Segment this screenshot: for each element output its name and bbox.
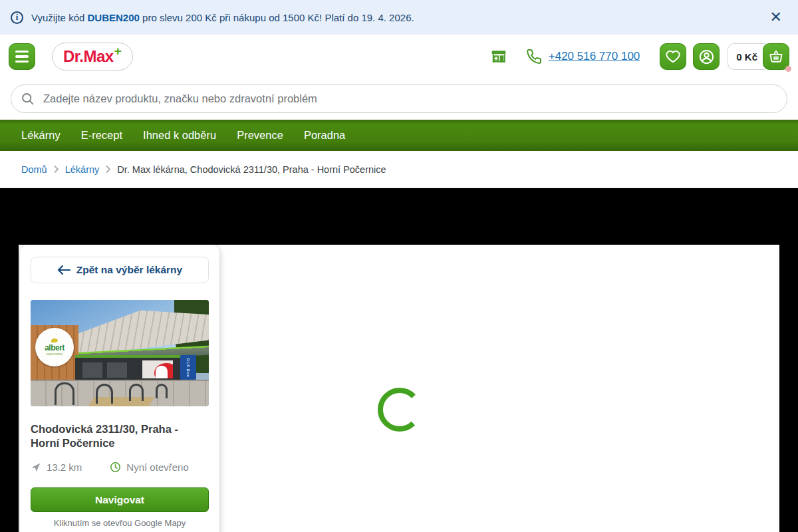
promo-text-prefix: Využijte kód xyxy=(31,12,88,23)
back-button-label: Zpět na výběr lékárny xyxy=(76,264,182,276)
open-status: Nyní otevřeno xyxy=(126,462,188,473)
header: Dr.Max + +420 516 770 100 xyxy=(0,35,798,78)
promo-bar: i Využijte kód DUBEN200 pro slevu 200 Kč… xyxy=(0,0,798,35)
header-action-buttons xyxy=(660,43,720,70)
nav-item-prevence[interactable]: Prevence xyxy=(237,129,283,142)
photo-poster xyxy=(142,360,173,378)
promo-code: DUBEN200 xyxy=(88,12,140,23)
phone-group: +420 516 770 100 xyxy=(526,49,640,65)
nav-item-lekarny[interactable]: Lékárny xyxy=(21,129,61,142)
promo-close-button[interactable]: ✕ xyxy=(766,7,786,27)
menu-button[interactable] xyxy=(9,43,35,70)
bike-rack xyxy=(156,384,168,398)
logo-plus: + xyxy=(114,44,122,59)
cart-button[interactable] xyxy=(763,43,789,70)
distance-item: 13.2 km xyxy=(31,462,82,473)
phone-link[interactable]: +420 516 770 100 xyxy=(549,50,640,63)
albert-sign-text: albert xyxy=(45,343,65,352)
pharmacy-photo: albert supermarket GLS Box xyxy=(31,300,209,406)
open-status-item: Nyní otevřeno xyxy=(110,462,188,473)
gls-box-text: GLS Box xyxy=(186,358,190,377)
main-nav: Lékárny E-recept Ihned k odběru Prevence… xyxy=(0,120,798,151)
bike-rack xyxy=(129,384,144,401)
gls-parcel-box: GLS Box xyxy=(180,355,196,380)
clock-icon xyxy=(110,462,121,473)
promo-text: Využijte kód DUBEN200 pro slevu 200 Kč p… xyxy=(31,12,766,23)
info-icon: i xyxy=(11,11,23,24)
photo-window xyxy=(82,362,102,378)
breadcrumb-current: Dr. Max lékárna, Chodovická 2311/30, Pra… xyxy=(117,164,386,175)
user-icon xyxy=(698,49,715,65)
nav-item-erecept[interactable]: E-recept xyxy=(81,129,122,142)
navigate-button[interactable]: Navigovat xyxy=(31,487,209,512)
breadcrumb-home[interactable]: Domů xyxy=(21,164,47,175)
bike-rack xyxy=(55,382,74,405)
nav-item-ihned-k-odberu[interactable]: Ihned k odběru xyxy=(143,129,216,142)
promo-text-suffix: pro slevu 200 Kč při nákupu od 1500 Kč! … xyxy=(140,12,414,23)
drmax-page: i Využijte kód DUBEN200 pro slevu 200 Kč… xyxy=(0,0,798,532)
heart-icon xyxy=(665,49,681,65)
back-button[interactable]: Zpět na výběr lékárny xyxy=(31,257,209,283)
phone-icon xyxy=(526,49,542,65)
search-section xyxy=(0,78,798,120)
map-note: Kliknutím se otevřou Google Mapy xyxy=(31,518,209,528)
basket-icon xyxy=(768,49,784,65)
breadcrumb-pharmacies[interactable]: Lékárny xyxy=(65,164,100,175)
drmax-logo[interactable]: Dr.Max + xyxy=(52,43,133,70)
pharmacy-card: Zpět na výběr lékárny albert xyxy=(20,245,219,532)
albert-sign: albert supermarket xyxy=(35,328,74,366)
photo-window xyxy=(107,362,127,378)
account-button[interactable] xyxy=(693,43,720,70)
pharmacy-title: Chodovická 2311/30, Praha - Horní Počern… xyxy=(31,422,209,450)
search-icon xyxy=(21,92,35,106)
chevron-right-icon xyxy=(53,165,59,174)
pharmacies-button[interactable] xyxy=(490,48,507,65)
nav-item-poradna[interactable]: Poradna xyxy=(304,129,345,142)
albert-sign-subtext: supermarket xyxy=(46,352,63,356)
bike-rack xyxy=(96,384,113,404)
close-icon: ✕ xyxy=(770,9,782,25)
store-icon xyxy=(490,48,507,65)
pharmacy-meta: 13.2 km Nyní otevřeno xyxy=(31,462,209,473)
photo-storefront xyxy=(75,355,193,380)
logo-text: Dr.Max xyxy=(63,47,114,66)
chevron-right-icon xyxy=(105,165,111,174)
distance-value: 13.2 km xyxy=(47,462,82,473)
navigation-arrow-icon xyxy=(31,462,41,473)
breadcrumb: Domů Lékárny Dr. Max lékárna, Chodovická… xyxy=(0,151,798,188)
cart-total: 0 Kč xyxy=(728,43,765,70)
favorites-button[interactable] xyxy=(660,43,686,70)
cart-notification-dot xyxy=(785,66,791,72)
albert-leaf-icon xyxy=(51,338,58,342)
arrow-left-icon xyxy=(57,265,70,275)
hamburger-icon xyxy=(15,51,29,63)
cart-widget[interactable]: 0 Kč xyxy=(728,43,789,70)
search-input[interactable] xyxy=(11,84,787,113)
content-backdrop: Zpět na výběr lékárny albert xyxy=(0,188,798,532)
map-loading-spinner xyxy=(376,386,424,434)
